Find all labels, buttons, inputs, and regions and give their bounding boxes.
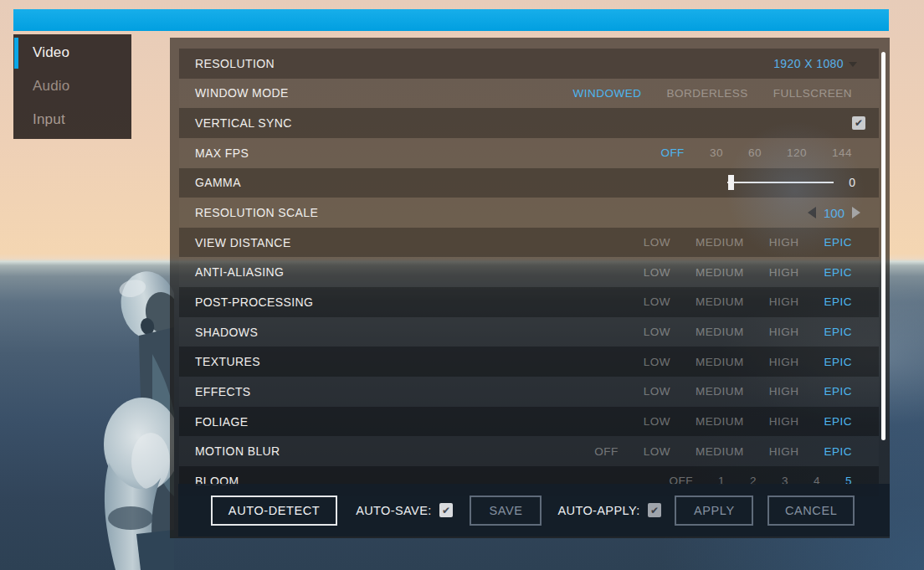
settings-sidebar: VideoAudioInput <box>13 34 131 139</box>
setting-options: LOWMEDIUMHIGHEPIC <box>619 356 879 368</box>
option-low[interactable]: LOW <box>644 445 670 458</box>
option-medium[interactable]: MEDIUM <box>696 415 744 428</box>
gamma-slider[interactable] <box>727 182 834 183</box>
setting-options: LOWMEDIUMHIGHEPIC <box>619 236 879 249</box>
slider-wrap: 0 <box>727 176 879 189</box>
setting-options: LOWMEDIUMHIGHEPIC <box>619 415 879 428</box>
auto-apply-checkbox[interactable]: ✔ <box>648 503 662 517</box>
option-high[interactable]: HIGH <box>769 415 799 428</box>
sidebar-item-label: Video <box>33 44 69 61</box>
sidebar-item-audio[interactable]: Audio <box>13 69 131 103</box>
option-medium[interactable]: MEDIUM <box>696 445 744 458</box>
setting-label: MOTION BLUR <box>179 444 280 458</box>
option-epic[interactable]: EPIC <box>824 295 852 308</box>
vsync-checkbox[interactable]: ✔ <box>852 116 865 130</box>
option-epic[interactable]: EPIC <box>824 415 852 428</box>
option-medium[interactable]: MEDIUM <box>696 385 744 398</box>
option-30[interactable]: 30 <box>710 146 723 159</box>
option-high[interactable]: HIGH <box>769 445 799 458</box>
option-low[interactable]: LOW <box>644 236 670 249</box>
option-off[interactable]: OFF <box>594 445 619 458</box>
setting-row-gamma: GAMMA0 <box>179 168 879 198</box>
setting-options: OFFLOWMEDIUMHIGHEPIC <box>569 445 879 458</box>
setting-label: RESOLUTION SCALE <box>179 206 318 219</box>
option-medium[interactable]: MEDIUM <box>696 266 744 279</box>
auto-apply-label: AUTO-APPLY: <box>557 504 639 517</box>
setting-row-post-processing: POST-PROCESSINGLOWMEDIUMHIGHEPIC <box>179 287 879 317</box>
setting-row-window-mode: WINDOW MODEWINDOWEDBORDERLESSFULLSCREEN <box>179 79 879 109</box>
settings-footer: AUTO-DETECT AUTO-SAVE: ✔ SAVE AUTO-APPLY… <box>178 484 890 537</box>
sidebar-item-label: Audio <box>33 78 69 95</box>
option-epic[interactable]: EPIC <box>824 385 852 398</box>
option-144[interactable]: 144 <box>832 146 852 159</box>
setting-row-max-fps: MAX FPSOFF3060120144 <box>179 138 879 168</box>
setting-label: POST-PROCESSING <box>179 295 313 309</box>
setting-label: FOLIAGE <box>179 415 248 429</box>
setting-row-effects: EFFECTSLOWMEDIUMHIGHEPIC <box>179 377 879 407</box>
option-low[interactable]: LOW <box>644 295 670 308</box>
chevron-down-icon <box>849 62 857 67</box>
panel-scrollbar[interactable] <box>881 52 886 440</box>
option-off[interactable]: OFF <box>660 146 685 159</box>
option-epic[interactable]: EPIC <box>824 266 852 279</box>
dropdown-value: 1920 X 1080 <box>773 57 844 70</box>
option-medium[interactable]: MEDIUM <box>696 236 744 249</box>
setting-label: EFFECTS <box>179 385 251 398</box>
sidebar-item-video[interactable]: Video <box>13 36 131 69</box>
setting-options: LOWMEDIUMHIGHEPIC <box>619 326 879 338</box>
save-button[interactable]: SAVE <box>470 496 542 526</box>
cancel-button[interactable]: CANCEL <box>767 496 855 526</box>
auto-save-label: AUTO-SAVE: <box>356 504 431 517</box>
option-low[interactable]: LOW <box>644 385 670 398</box>
option-medium[interactable]: MEDIUM <box>696 295 744 308</box>
setting-options: WINDOWEDBORDERLESSFULLSCREEN <box>547 87 879 100</box>
auto-save-checkbox[interactable]: ✔ <box>439 503 454 517</box>
slider-handle[interactable] <box>728 175 734 190</box>
option-fullscreen[interactable]: FULLSCREEN <box>773 87 852 100</box>
setting-label: TEXTURES <box>179 355 260 368</box>
option-low[interactable]: LOW <box>644 415 670 428</box>
option-epic[interactable]: EPIC <box>824 445 852 458</box>
setting-row-resolution-scale: RESOLUTION SCALE100 <box>179 198 879 228</box>
sidebar-item-input[interactable]: Input <box>13 103 131 136</box>
option-epic[interactable]: EPIC <box>824 326 852 338</box>
option-high[interactable]: HIGH <box>769 236 799 249</box>
option-60[interactable]: 60 <box>748 146 762 159</box>
apply-button[interactable]: APPLY <box>675 496 753 526</box>
option-120[interactable]: 120 <box>787 146 807 159</box>
setting-row-textures: TEXTURESLOWMEDIUMHIGHEPIC <box>179 347 879 377</box>
auto-detect-button[interactable]: AUTO-DETECT <box>211 496 337 526</box>
setting-row-vertical-sync: VERTICAL SYNC✔ <box>179 108 879 138</box>
option-low[interactable]: LOW <box>644 266 670 279</box>
option-windowed[interactable]: WINDOWED <box>572 87 641 100</box>
setting-label: MAX FPS <box>179 146 249 160</box>
option-high[interactable]: HIGH <box>769 326 799 338</box>
option-high[interactable]: HIGH <box>769 295 799 308</box>
stepper-decrease-icon[interactable] <box>808 207 816 218</box>
option-high[interactable]: HIGH <box>769 266 799 279</box>
option-high[interactable]: HIGH <box>769 356 799 368</box>
option-low[interactable]: LOW <box>644 356 670 368</box>
option-low[interactable]: LOW <box>644 326 670 338</box>
setting-label: VIEW DISTANCE <box>179 236 291 249</box>
setting-row-shadows: SHADOWSLOWMEDIUMHIGHEPIC <box>179 317 879 347</box>
resolution-dropdown[interactable]: 1920 X 1080 <box>773 57 879 70</box>
video-settings-panel: RESOLUTION1920 X 1080WINDOW MODEWINDOWED… <box>170 38 890 538</box>
option-epic[interactable]: EPIC <box>824 236 852 249</box>
robot-character <box>90 254 174 570</box>
setting-options: LOWMEDIUMHIGHEPIC <box>619 266 879 279</box>
setting-label: SHADOWS <box>179 326 258 339</box>
stepper-value: 100 <box>824 206 844 220</box>
setting-row-view-distance: VIEW DISTANCELOWMEDIUMHIGHEPIC <box>179 228 879 258</box>
option-medium[interactable]: MEDIUM <box>696 356 744 368</box>
option-borderless[interactable]: BORDERLESS <box>666 87 747 100</box>
stepper-increase-icon[interactable] <box>852 207 860 218</box>
slider-value: 0 <box>845 176 855 189</box>
option-high[interactable]: HIGH <box>769 385 799 398</box>
option-medium[interactable]: MEDIUM <box>696 326 744 338</box>
checkbox-wrap: ✔ <box>852 116 879 130</box>
setting-label: ANTI-ALIASING <box>179 265 284 279</box>
setting-label: VERTICAL SYNC <box>179 116 292 130</box>
setting-label: RESOLUTION <box>179 57 275 70</box>
option-epic[interactable]: EPIC <box>824 356 852 368</box>
